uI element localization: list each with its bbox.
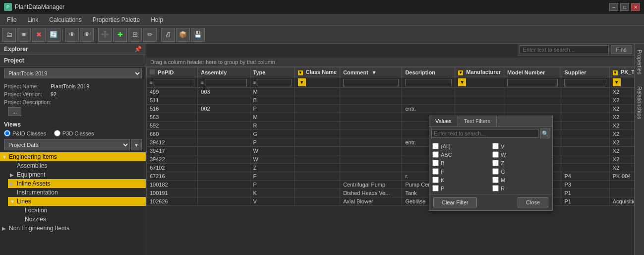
filter-item[interactable]: V <box>491 142 550 150</box>
filter-item-checkbox[interactable] <box>492 168 499 175</box>
radio-p3d[interactable] <box>54 130 60 136</box>
filter-item[interactable]: M <box>491 176 550 184</box>
tree-item-engineering[interactable]: ▼ Engineering Items <box>0 152 146 161</box>
toolbar-btn-add1[interactable]: ➕ <box>98 28 112 42</box>
table-row[interactable]: 660GX2 <box>147 130 644 138</box>
filter-type[interactable] <box>257 79 291 86</box>
filter-item[interactable]: G <box>491 168 550 175</box>
menu-link[interactable]: Link <box>22 15 43 24</box>
filter-item-checkbox[interactable] <box>432 143 439 149</box>
filter-item-checkbox[interactable] <box>432 151 439 158</box>
table-row[interactable]: 499003MX2 <box>147 88 644 96</box>
properties-label[interactable]: Properties <box>637 48 643 76</box>
close-filter-button[interactable]: Close <box>518 197 548 207</box>
tree-item-instrumentation[interactable]: ▶ Instrumentation <box>8 188 146 197</box>
filter-description[interactable] <box>405 79 452 86</box>
table-row[interactable]: 511BX2 <box>147 96 644 105</box>
filter-item-checkbox[interactable] <box>492 185 499 191</box>
radio-pid[interactable] <box>4 130 10 136</box>
tree-item-location[interactable]: ▶ Location <box>16 206 146 215</box>
table-row[interactable]: 39412Pentr.X2 <box>147 138 644 147</box>
toolbar-btn-grid[interactable]: ⊞ <box>128 28 142 42</box>
table-row[interactable]: 67102ZX2 <box>147 164 644 172</box>
toolbar-btn-print[interactable]: 🖨 <box>161 28 175 42</box>
filter-item-checkbox[interactable] <box>432 168 439 175</box>
menu-calculations[interactable]: Calculations <box>44 15 86 24</box>
filter-modelnumber[interactable] <box>507 79 558 86</box>
filter-item[interactable]: P <box>431 185 490 192</box>
table-row[interactable]: 100182PCentrifugal PumpPump Centr.APVP3 <box>147 181 644 189</box>
filter-item[interactable]: W <box>491 151 550 158</box>
filter-tab-values[interactable]: Values <box>429 116 458 126</box>
col-header-classname[interactable]: ▼ Class Name <box>294 67 340 77</box>
menu-file[interactable]: File <box>2 15 21 24</box>
view-dropdown-arrow[interactable]: ▼ <box>131 139 142 150</box>
filter-assembly[interactable] <box>205 79 246 86</box>
filter-item[interactable]: R <box>491 185 550 192</box>
table-row[interactable]: 39417WerX2 <box>147 147 644 155</box>
relationships-label[interactable]: Relationships <box>637 84 643 121</box>
filter-item-checkbox[interactable] <box>492 177 499 183</box>
radio-pid-label[interactable]: P&ID Classes <box>4 130 46 136</box>
table-row[interactable]: 39422WerX2 <box>147 155 644 164</box>
filter-comment[interactable] <box>343 79 399 86</box>
table-row[interactable]: 563MX2 <box>147 113 644 122</box>
filter-item[interactable]: K <box>431 176 490 184</box>
toolbar-btn-6[interactable]: 👁 <box>80 28 94 42</box>
table-row[interactable]: 592RX2 <box>147 122 644 130</box>
table-row[interactable]: 102626VAxial BlowerGebläseX1P1Acquisitio… <box>147 197 644 206</box>
tree-item-nozzles[interactable]: ▶ Nozzles <box>16 215 146 224</box>
toolbar-btn-2[interactable]: ≡ <box>17 28 31 42</box>
clear-filter-button[interactable]: Clear Filter <box>433 197 477 207</box>
col-header-supplier[interactable]: Supplier <box>561 67 609 77</box>
tree-item-lines[interactable]: ▼ Lines <box>8 197 146 206</box>
filter-manufacturer-active[interactable]: ▼ <box>458 78 466 86</box>
filter-item-checkbox[interactable] <box>432 185 439 191</box>
project-dropdown[interactable]: PlantTools 2019 <box>4 68 142 78</box>
filter-tab-text-filters[interactable]: Text Filters <box>458 116 497 126</box>
col-header-assembly[interactable]: Assembly <box>198 67 250 77</box>
toolbar-btn-1[interactable]: 🗂 <box>2 28 16 42</box>
col-header-comment[interactable]: Comment ▼ <box>340 67 402 77</box>
filter-item-checkbox[interactable] <box>492 160 499 166</box>
filter-supplier[interactable] <box>564 79 606 86</box>
search-input[interactable] <box>520 45 609 54</box>
toolbar-btn-5[interactable]: 👁 <box>65 28 79 42</box>
tree-item-assemblies[interactable]: ▶ Assemblies <box>8 161 146 170</box>
view-dropdown[interactable]: Project Data <box>4 139 130 150</box>
toolbar-btn-edit[interactable]: ✏ <box>143 28 157 42</box>
filter-item[interactable]: Z <box>491 159 550 167</box>
radio-p3d-label[interactable]: P3D Classes <box>54 130 94 136</box>
filter-item-checkbox[interactable] <box>492 143 499 149</box>
col-header-description[interactable]: Description <box>402 67 455 77</box>
close-button[interactable]: ✕ <box>631 3 640 11</box>
maximize-button[interactable]: □ <box>620 3 629 11</box>
toolbar-btn-delete[interactable]: ✖ <box>32 28 46 42</box>
filter-item-checkbox[interactable] <box>432 160 439 166</box>
explorer-pin-icon[interactable]: 📌 <box>134 46 142 53</box>
find-button[interactable]: Find <box>611 45 632 54</box>
col-header-modelnumber[interactable]: Model Number <box>504 67 561 77</box>
filter-search-button[interactable]: 🔍 <box>540 128 550 138</box>
table-container[interactable]: PnPID Assembly Type ▼ Class Name <box>146 67 644 255</box>
tree-item-inline-assets[interactable]: ▶ Inline Assets <box>8 179 146 188</box>
filter-item[interactable]: (All) <box>431 142 490 150</box>
menu-properties-palette[interactable]: Properties Palette <box>88 15 145 24</box>
filter-pktag-active[interactable]: ▼ <box>613 78 621 86</box>
tree-item-non-engineering[interactable]: ▶ Non Engineering Items <box>0 224 146 233</box>
toolbar-btn-export[interactable]: 📦 <box>176 28 190 42</box>
filter-item[interactable]: F <box>431 168 490 175</box>
project-desc-button[interactable]: ... <box>8 107 21 116</box>
filter-classname-active[interactable]: ▼ <box>298 78 306 86</box>
menu-help[interactable]: Help <box>146 15 168 24</box>
col-header-manufacturer[interactable]: ▼ Manufacturer <box>455 67 504 77</box>
toolbar-btn-refresh[interactable]: 🔄 <box>47 28 60 42</box>
tree-item-equipment[interactable]: ▶ Equipment <box>8 170 146 179</box>
table-row[interactable]: 67216Fr.ACME3P4PK-004 <box>147 172 644 181</box>
filter-item[interactable]: ABC <box>431 151 490 158</box>
toolbar-btn-add2[interactable]: ✚ <box>113 28 127 42</box>
filter-pnpid[interactable] <box>154 79 194 86</box>
table-row[interactable]: 100191KDished Heads Ve...TankX1P1 <box>147 189 644 197</box>
table-row[interactable]: 516002Pentr.X2 <box>147 105 644 113</box>
toolbar-btn-save[interactable]: 💾 <box>191 28 205 42</box>
